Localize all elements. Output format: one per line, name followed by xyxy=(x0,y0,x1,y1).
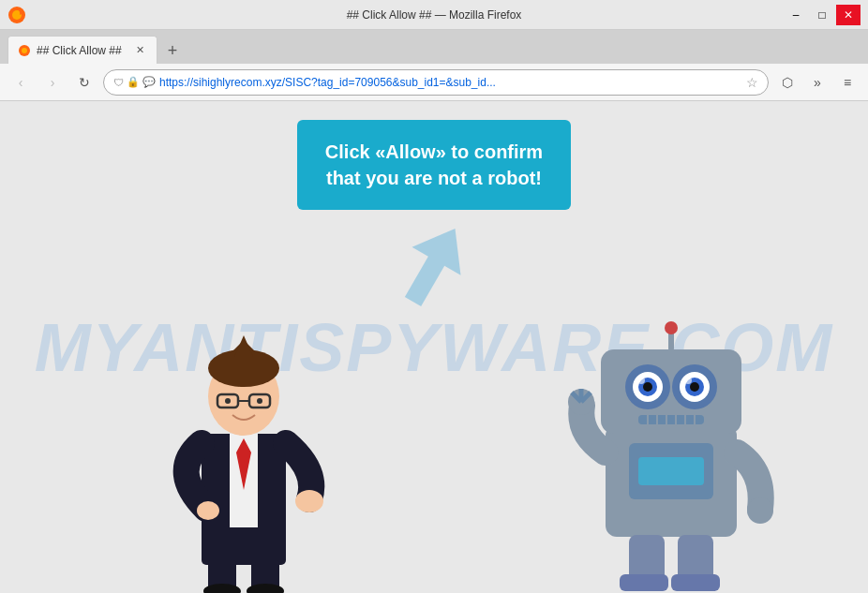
active-tab[interactable]: ## Click Allow ## ✕ xyxy=(7,36,157,64)
reload-button[interactable]: ↻ xyxy=(71,69,97,96)
address-security-icons: 🛡 🔒 💬 xyxy=(113,76,156,88)
more-tools-button[interactable]: » xyxy=(804,69,831,96)
main-content: MYANTISPYWARE.COM Click «Allow» to confi… xyxy=(0,101,868,593)
minimize-button[interactable]: – xyxy=(784,5,808,25)
address-bar[interactable]: 🛡 🔒 💬 https://sihighlyrecom.xyz/SISC?tag… xyxy=(103,69,769,96)
person-figure xyxy=(150,284,337,593)
banner-line1: Click «Allow» to confirm xyxy=(325,139,543,165)
maximize-button[interactable]: □ xyxy=(810,5,834,25)
firefox-logo-icon xyxy=(7,6,26,24)
captcha-banner: Click «Allow» to confirm that you are no… xyxy=(297,120,571,210)
svg-rect-24 xyxy=(638,457,704,485)
navbar: ‹ › ↻ 🛡 🔒 💬 https://sihighlyrecom.xyz/SI… xyxy=(0,64,868,101)
banner-line2: that you are not a robot! xyxy=(325,165,543,191)
svg-point-17 xyxy=(197,501,219,520)
svg-point-14 xyxy=(225,398,231,404)
shield-icon: 🛡 xyxy=(113,77,124,88)
menu-button[interactable]: ≡ xyxy=(834,69,861,96)
arrow-up-right-icon xyxy=(373,204,495,326)
back-button[interactable]: ‹ xyxy=(7,69,34,96)
svg-point-34 xyxy=(637,377,645,384)
svg-rect-53 xyxy=(671,574,720,591)
tabbar: ## Click Allow ## ✕ + xyxy=(0,30,868,64)
titlebar: ## Click Allow ## — Mozilla Firefox – □ … xyxy=(0,0,868,30)
svg-rect-52 xyxy=(620,574,668,591)
svg-point-33 xyxy=(690,382,699,392)
new-tab-button[interactable]: + xyxy=(159,37,186,64)
titlebar-controls: – □ ✕ xyxy=(784,5,861,25)
svg-point-29 xyxy=(643,382,652,392)
tab-favicon-icon xyxy=(18,44,31,57)
bookmark-star-icon[interactable]: ☆ xyxy=(746,75,758,90)
svg-point-16 xyxy=(295,490,323,512)
svg-point-44 xyxy=(665,321,678,334)
tab-label: ## Click Allow ## xyxy=(37,44,122,57)
svg-point-49 xyxy=(747,497,773,524)
svg-point-35 xyxy=(684,377,692,384)
titlebar-title: ## Click Allow ## — Mozilla Firefox xyxy=(347,8,522,22)
close-button[interactable]: ✕ xyxy=(836,5,861,25)
svg-marker-10 xyxy=(234,335,253,357)
robot-figure xyxy=(568,303,774,593)
lock-icon: 🔒 xyxy=(127,76,140,88)
tab-close-button[interactable]: ✕ xyxy=(132,43,147,58)
arrow-container xyxy=(373,204,495,330)
forward-button[interactable]: › xyxy=(39,69,66,96)
message-icon: 💬 xyxy=(142,76,156,88)
nav-right-icons: ⬡ » ≡ xyxy=(774,69,861,96)
url-text: https://sihighlyrecom.xyz/SISC?tag_id=70… xyxy=(159,76,742,89)
titlebar-left xyxy=(7,6,26,24)
svg-point-3 xyxy=(22,48,27,53)
pocket-button[interactable]: ⬡ xyxy=(774,69,801,96)
svg-point-15 xyxy=(257,398,262,404)
